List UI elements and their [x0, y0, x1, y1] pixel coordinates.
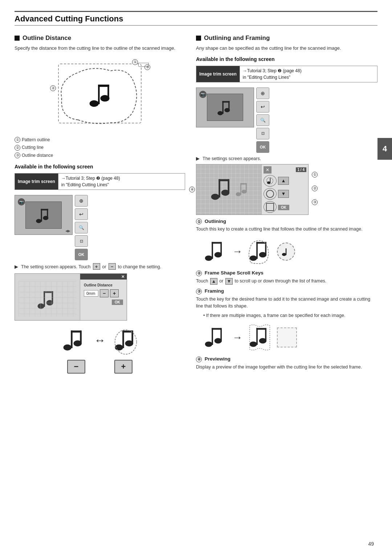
square-icon	[266, 203, 274, 211]
page-counter: 1 / 4	[296, 167, 306, 172]
section-icon-right	[196, 36, 201, 41]
svg-rect-61	[212, 328, 213, 345]
svg-point-46	[267, 181, 270, 184]
previewing-body: Display a preview of the image together …	[196, 364, 377, 371]
avail-table-right: Image trim screen →Tutorial 3; Step ❷ (p…	[196, 66, 377, 82]
outlining-after-note	[248, 238, 271, 265]
svg-rect-47	[270, 178, 271, 183]
svg-rect-26	[122, 331, 124, 349]
minus-inline-btn[interactable]: −	[109, 263, 116, 270]
plus-btn-large[interactable]: +	[114, 360, 132, 374]
ok-row: OK	[84, 300, 123, 305]
svg-rect-64	[220, 328, 222, 342]
screen-label-left: ◀▶	[65, 229, 70, 233]
outlining-framing-desc: Any shape can be specified as the cuttin…	[196, 45, 377, 52]
svg-rect-32	[222, 101, 224, 114]
svg-rect-66	[256, 328, 258, 345]
svg-point-58	[282, 253, 286, 256]
label-2: ② Cutting line	[15, 144, 185, 152]
zoom-fit-btn[interactable]: ⊡	[75, 235, 88, 247]
settings-hint: ▶ The settings screen appears.	[196, 156, 377, 161]
od-screen: ✕	[15, 273, 127, 321]
ol-main-note	[209, 175, 234, 204]
note-in-screen	[34, 205, 53, 225]
framing-arrow-row: →	[203, 324, 377, 351]
frame-btn[interactable]	[264, 201, 277, 213]
svg-rect-42	[240, 183, 241, 195]
outlining-before-note	[203, 238, 227, 265]
outlining-icon-col	[277, 243, 295, 261]
outlining-btn[interactable]	[264, 175, 277, 187]
distance-vert	[148, 63, 149, 66]
ol-btn-row1: ▲	[264, 175, 306, 187]
svg-rect-9	[47, 209, 48, 219]
circle-icon	[266, 190, 274, 198]
svg-rect-21	[71, 331, 73, 349]
svg-rect-49	[212, 242, 213, 259]
down-inline-btn[interactable]: ▼	[225, 278, 233, 285]
avail-label-left: Image trim screen	[15, 174, 58, 190]
outlining-body: Touch this key to create a cutting line …	[196, 226, 377, 233]
diagram-labels: ① Pattern outline ② Cutting line ③ Outli…	[15, 136, 185, 160]
svg-point-31	[217, 111, 223, 115]
label-3: ③ Outline distance	[15, 152, 185, 160]
avail-content-left: →Tutorial 3; Step ❷ (page 48) in "Editin…	[58, 174, 123, 190]
svg-rect-67	[256, 328, 266, 330]
ol-controls: ✕ 1 / 4	[262, 164, 308, 215]
avail-content-right: →Tutorial 3; Step ❷ (page 48) in "Editin…	[240, 66, 305, 82]
avail-screen-label-left: Available in the following screen	[15, 164, 185, 170]
outline-diagram: ① ③ ②	[47, 56, 152, 133]
zoom-in-btn[interactable]: ⊕	[75, 195, 88, 207]
ol-main-area: ④	[196, 164, 262, 215]
svg-point-48	[205, 256, 212, 261]
avail-label-right: Image trim screen	[196, 66, 240, 82]
ok-btn-left[interactable]: OK	[75, 249, 88, 260]
label-3-marker: ③	[144, 64, 150, 70]
od-value-row: 0mm − +	[84, 289, 123, 297]
outlining-circle-icon	[277, 243, 295, 261]
svg-rect-24	[80, 331, 82, 344]
inner-preview-r	[207, 94, 243, 121]
svg-point-36	[211, 194, 219, 200]
undo-btn-r[interactable]: ↩	[256, 101, 269, 113]
framing-before-note	[203, 324, 227, 351]
up-inline-btn[interactable]: ▲	[210, 278, 217, 285]
down-arrow-btn[interactable]: ▼	[278, 190, 289, 198]
undo-btn[interactable]: ↩	[75, 208, 88, 220]
zoom-in-btn-r[interactable]: ⊕	[256, 87, 269, 99]
svg-rect-22	[71, 331, 81, 333]
x-close-btn[interactable]: ✕	[264, 166, 271, 174]
right-column: Outlining and Framing Any shape can be s…	[196, 34, 377, 374]
page-title: Advanced Cutting Functions	[15, 14, 377, 24]
ol-btn-row2: ▼	[264, 188, 306, 200]
zoom-search-btn-r[interactable]: 🔍	[256, 114, 269, 126]
minus-btn-large[interactable]: −	[67, 360, 85, 374]
up-arrow-btn[interactable]: ▲	[278, 177, 289, 185]
svg-rect-37	[219, 179, 220, 197]
x-label[interactable]: ✕	[121, 274, 124, 279]
frame-scroll-item: ② Frame Shape Scroll Keys Touch ▲ or ▼ t…	[196, 270, 377, 285]
od-title: Outline Distance	[84, 283, 123, 287]
before-note-left	[61, 326, 87, 355]
inner-preview	[25, 201, 62, 229]
ol-num-3: ③	[312, 199, 318, 205]
ok-btn-right[interactable]: OK	[256, 141, 269, 153]
od-ok-btn[interactable]: OK	[112, 300, 123, 305]
ol-faint-note	[234, 180, 249, 199]
avail-screen-label-right: Available in the following screen	[196, 56, 377, 62]
od-plus-btn[interactable]: +	[110, 289, 119, 297]
ok-container: OK	[278, 205, 289, 210]
od-controls: Outline Distance 0mm − + OK	[80, 274, 127, 320]
od-minus-btn[interactable]: −	[100, 289, 109, 297]
ol-ok-btn[interactable]: OK	[278, 205, 289, 210]
ol-num-2: ②	[312, 186, 318, 191]
plus-inline-btn[interactable]: +	[93, 263, 100, 270]
screen-row-left: 📷 ◀▶ ⊕	[15, 195, 185, 260]
ol-screen: ④ ✕ 1 / 4	[196, 164, 309, 215]
circle-frame-btn[interactable]	[264, 188, 277, 200]
camera-icon-r: 📷	[199, 91, 207, 98]
page-header: Advanced Cutting Functions	[15, 11, 377, 26]
arrow-row-left: ↔	[15, 326, 185, 355]
zoom-search-btn[interactable]: 🔍	[75, 222, 88, 233]
zoom-fit-btn-r[interactable]: ⊡	[256, 128, 269, 139]
